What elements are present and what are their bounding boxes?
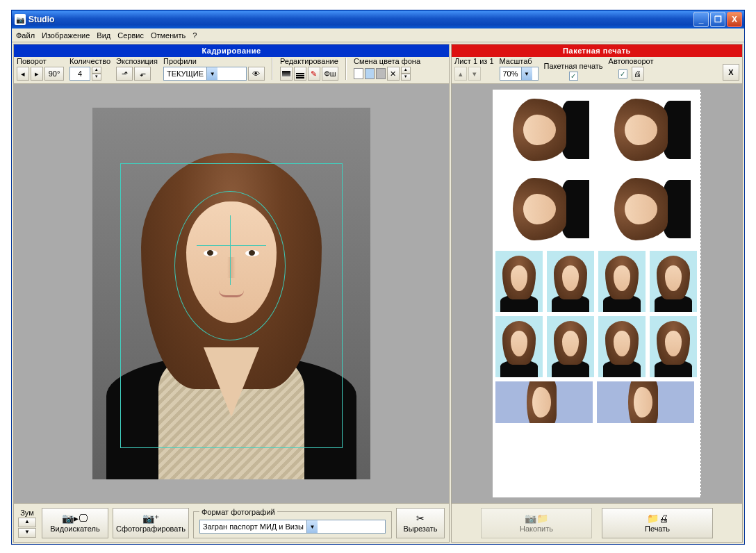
photo-canvas[interactable] [14, 84, 449, 503]
profile-apply-button[interactable]: 👁 [248, 67, 265, 81]
guide-horizontal [197, 245, 266, 246]
sheet-thumb[interactable] [598, 316, 646, 377]
profiles-dropdown[interactable]: ТЕКУЩИЕ▼ [163, 67, 247, 81]
rotate-angle[interactable]: 90° [44, 67, 64, 81]
batch-panel: Пакетная печать Лист 1 из 1 ▴ ▾ Масштаб … [451, 44, 743, 543]
edit-brush[interactable]: ✎ [308, 67, 320, 81]
maximize-button[interactable]: ❐ [710, 12, 725, 27]
crop-toolbar: Поворот ◂ ▸ 90° Количество 4 ▴▾ Экспозиц [14, 57, 449, 84]
sheet-thumb[interactable] [495, 92, 593, 167]
profiles-group: Профили ТЕКУЩИЕ▼ 👁 [163, 57, 265, 81]
sheet-thumb[interactable] [650, 316, 697, 377]
camera-monitor-icon: 📷▸🖵 [62, 513, 88, 523]
exposure-decrease-button[interactable]: ⬏ [116, 67, 133, 81]
folder-printer-icon: 📁🖨 [647, 513, 668, 523]
menu-undo[interactable]: Отменить [151, 31, 186, 40]
menu-help[interactable]: ? [192, 31, 197, 40]
zoom-out-button[interactable]: ▼ [18, 528, 36, 538]
quantity-group: Количество 4 ▴▾ [69, 57, 110, 81]
sheet-thumb[interactable] [597, 381, 694, 423]
exposure-group: Экспозиция ⬏ ⬐ [116, 57, 158, 81]
bgcolor-group: Смена цвета фона ✕ ▴▾ [354, 57, 420, 81]
sheet-next-button[interactable]: ▾ [468, 67, 481, 81]
print-button[interactable]: 📁🖨 Печать [602, 508, 713, 538]
sheet-thumb[interactable] [597, 92, 694, 167]
sheet-group: Лист 1 из 1 ▴ ▾ [454, 57, 494, 81]
scale-dropdown[interactable]: 70%▼ [500, 67, 539, 81]
editing-group: Редактирование ✎ Фш [280, 57, 338, 81]
sheet-thumb[interactable] [495, 251, 543, 312]
edit-photoshop[interactable]: Фш [322, 67, 338, 81]
batch-panel-header: Пакетная печать [452, 44, 742, 57]
rotate-group: Поворот ◂ ▸ 90° [17, 57, 64, 81]
crop-panel-header: Кадрирование [14, 44, 449, 57]
menu-bar: Файл Изображение Вид Сервис Отменить ? [12, 28, 744, 42]
sheet-thumb[interactable] [495, 172, 593, 247]
edit-tool-1[interactable] [280, 67, 293, 81]
sheet-prev-button[interactable]: ▴ [454, 67, 467, 81]
cut-button[interactable]: ✂ Вырезать [396, 508, 445, 538]
menu-service[interactable]: Сервис [117, 31, 144, 40]
quantity-spinner[interactable]: ▴▾ [92, 67, 101, 81]
camera-add-icon: 📷⁺ [142, 513, 159, 523]
sheet-thumb[interactable] [547, 251, 594, 312]
bgcolor-none[interactable]: ✕ [387, 67, 400, 81]
sheet-thumb[interactable] [650, 251, 697, 312]
camera-folder-icon: 📷📁 [525, 513, 548, 523]
bgcolor-spinner[interactable]: ▴▾ [401, 67, 411, 81]
title-bar: 📷 Studio _ ❐ X [12, 10, 744, 28]
scissors-icon: ✂ [416, 513, 425, 523]
viewfinder-button[interactable]: 📷▸🖵 Видоискатель [42, 508, 108, 538]
scale-group: Масштаб 70%▼ [500, 57, 539, 81]
rotate-left-button[interactable]: ◂ [17, 67, 29, 81]
sheet-thumb[interactable] [598, 251, 646, 312]
rotate-right-button[interactable]: ▸ [31, 67, 43, 81]
autorotate-checkbox[interactable]: ✓ [618, 69, 627, 79]
autorotate-group: Автоповорот ✓ 🖨 [609, 57, 654, 81]
app-window: 📷 Studio _ ❐ X Файл Изображение Вид Серв… [11, 10, 745, 545]
crop-panel: Кадрирование Поворот ◂ ▸ 90° Количество … [13, 44, 450, 543]
minimize-button[interactable]: _ [693, 12, 709, 27]
sheet-preview[interactable] [452, 84, 742, 503]
menu-file[interactable]: Файл [16, 31, 35, 40]
bgcolor-lightblue[interactable] [365, 68, 375, 79]
zoom-group: Зум ▲ ▼ [18, 509, 36, 538]
guide-vertical [230, 215, 231, 285]
close-button[interactable]: X [727, 12, 742, 27]
exposure-increase-button[interactable]: ⬐ [134, 67, 151, 81]
quantity-input[interactable]: 4 [69, 67, 90, 81]
accumulate-button[interactable]: 📷📁 Накопить [481, 508, 592, 538]
sheet-thumb[interactable] [547, 316, 594, 377]
batch-close-button[interactable]: X [723, 64, 739, 81]
menu-image[interactable]: Изображение [42, 31, 90, 40]
batch-toolbar: Лист 1 из 1 ▴ ▾ Масштаб 70%▼ Пакетная пе… [452, 57, 742, 84]
format-fieldset: Формат фотографий Загран паспорт МИД и В… [193, 508, 392, 538]
print-settings-button[interactable]: 🖨 [632, 67, 644, 81]
shoot-button[interactable]: 📷⁺ Сфотографировать [113, 508, 189, 538]
batch-bottom-bar: 📷📁 Накопить 📁🖨 Печать [452, 503, 742, 542]
edit-tool-2[interactable] [294, 67, 306, 81]
batchprint-group: Пакетная печать ✓ [544, 62, 603, 81]
crop-bottom-bar: Зум ▲ ▼ 📷▸🖵 Видоискатель 📷⁺ Сфотографиро… [14, 503, 449, 542]
app-icon: 📷 [15, 14, 26, 25]
bgcolor-white[interactable] [354, 68, 363, 79]
zoom-in-button[interactable]: ▲ [18, 518, 36, 527]
bgcolor-gray[interactable] [376, 68, 386, 79]
sheet-thumb[interactable] [597, 172, 694, 247]
window-title: Studio [28, 15, 693, 24]
menu-view[interactable]: Вид [97, 31, 110, 40]
batchprint-checkbox[interactable]: ✓ [569, 72, 578, 81]
sheet-thumb[interactable] [495, 316, 543, 377]
sheet-thumb[interactable] [495, 381, 593, 423]
format-dropdown[interactable]: Загран паспорт МИД и Визы▼ [199, 520, 386, 534]
